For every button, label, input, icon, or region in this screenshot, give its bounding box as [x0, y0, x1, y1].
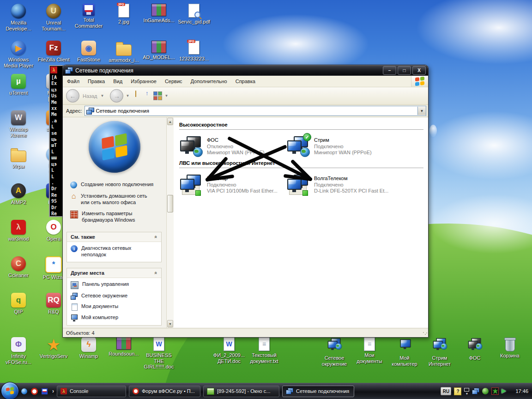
globe-icon [11, 4, 26, 18]
desktop-icon[interactable]: Roundsoun... [106, 335, 141, 372]
desktop-icon[interactable]: ≡Текстовый документ.txt [247, 335, 282, 372]
connection-device: Минипорт WAN (PPPoE) [314, 150, 372, 155]
floppy-quicklaunch-icon[interactable] [42, 388, 48, 394]
collapse-chevron-icon[interactable]: « [153, 236, 159, 238]
task-link[interactable]: Создание нового подключения [70, 181, 154, 188]
console-window-strip[interactable]: λ [A Ex цз Us Me xx Me .a L se ць шТ L ш… [49, 65, 63, 217]
task-link[interactable]: Сетевое окружение [71, 292, 157, 300]
address-input[interactable]: Сетевые подключения ▼ [85, 106, 426, 116]
resize-grip[interactable] [422, 331, 427, 336]
connection-name: Стрим [314, 137, 372, 143]
winstep-quicklaunch-icon[interactable] [21, 388, 27, 394]
task-link[interactable]: ⌂Установить домашнюю сеть или сеть малог… [70, 193, 154, 206]
collapse-chevron-icon[interactable]: « [153, 272, 159, 274]
start-button[interactable] [1, 382, 19, 399]
other-places-header[interactable]: Другие места « [67, 268, 161, 278]
desktop-icon[interactable]: Мой компьютер [387, 335, 422, 372]
see-also-header[interactable]: См. также « [67, 232, 161, 242]
globe-badge-icon [476, 343, 482, 350]
menu-item[interactable]: Дополнительно [187, 77, 231, 85]
desktop-icon[interactable]: Servic_gid.pdf [176, 2, 212, 39]
desktop-icon[interactable]: qQIP [1, 291, 36, 327]
taskbar-button[interactable]: [89-245-592] - Окно с... [203, 386, 279, 397]
scrollbar-thumb[interactable] [167, 195, 173, 212]
back-button[interactable]: ← [66, 89, 79, 103]
desktop-icon[interactable]: UUnreal Tournam... [36, 2, 71, 39]
other-places-title: Другие места [71, 270, 104, 276]
taskbar-button[interactable]: Форум вФОСе.ру • П... [129, 386, 200, 397]
recycle-bin-icon [505, 339, 515, 351]
language-indicator[interactable]: RU [441, 387, 451, 395]
collapse-tray-icon[interactable]: ▼ [464, 388, 469, 395]
taskbar-button[interactable]: Сетевые подключения [282, 386, 354, 397]
forward-dropdown-icon[interactable]: ▼ [126, 94, 129, 98]
taskbar-button[interactable]: λConsole [57, 386, 126, 397]
back-dropdown-icon[interactable]: ▼ [101, 94, 104, 98]
desktop-icon[interactable]: ★VertrigoServ [36, 335, 71, 372]
desktop-icon[interactable]: ≡Мои документы [352, 335, 387, 372]
desktop-icon[interactable]: λwar3mod [1, 218, 36, 254]
desktop-icon[interactable]: JPG2.jpg [106, 2, 141, 39]
desktop-icon[interactable]: Корзина [492, 335, 527, 372]
leaf-tray-icon[interactable] [491, 387, 499, 395]
task-link[interactable]: Мои документы [71, 303, 157, 311]
desktop-icon[interactable]: Mozilla Develope... [1, 2, 36, 39]
sidebar-scrollbar[interactable]: ▲ ▼ [166, 117, 174, 328]
minimize-button[interactable]: – [383, 66, 396, 75]
task-link[interactable]: iДиагностика сетевых неполадок [71, 245, 157, 258]
desktop-icon[interactable]: ▶Windows Media Player [1, 39, 36, 76]
clock[interactable]: 17:46 [515, 388, 528, 394]
title-bar[interactable]: Сетевые подключения – □ X [63, 65, 428, 76]
app-icon: Φ [11, 337, 26, 352]
task-link[interactable]: Мой компьютер [71, 314, 157, 321]
connection-item[interactable]: КомСтарПодключеноVIA PCI 10/100Mb Fast E… [179, 175, 281, 194]
connection-item[interactable]: ФОСОтключеноМинипорт WAN (PPPoE) [179, 136, 281, 156]
address-dropdown-button[interactable]: ▼ [417, 107, 426, 115]
task-link[interactable]: Панель управления [71, 281, 157, 289]
desktop-icon[interactable]: WФИ_2_2009... ДЕТИ.doc [212, 335, 247, 372]
views-dropdown-icon[interactable]: ▼ [164, 94, 168, 98]
desktop-icon[interactable]: ФОС [457, 335, 492, 372]
connections-list: ВысокоскоростноеФОСОтключеноМинипорт WAN… [174, 117, 428, 328]
help-tray-icon[interactable]: ? [454, 387, 461, 395]
app-icon: µ [11, 74, 26, 89]
desktop-icon-label: R&Q [48, 309, 59, 315]
desktop-icon[interactable]: Сетевое окружение [317, 335, 352, 372]
scroll-down-button[interactable]: ▼ [167, 320, 173, 327]
maximize-button[interactable]: □ [398, 66, 411, 75]
menu-item[interactable]: Вид [109, 77, 127, 85]
windows-logo [411, 76, 428, 87]
up-folder-button[interactable]: ↑ [135, 91, 147, 101]
desktop-icon[interactable]: WWinstep Xtreme [1, 109, 36, 145]
desktop-icon[interactable]: InGameAds... [141, 2, 176, 39]
quick-launch-expand-icon[interactable]: › [52, 388, 54, 394]
desktop-icon[interactable]: µuTorrent [1, 72, 36, 109]
task-link[interactable]: Изменить параметры брандмауэра Windows [70, 210, 154, 224]
desktop-icon[interactable]: WBUSINESS THE GIRL!!!!!!.doc [141, 335, 176, 372]
notes-icon [207, 388, 214, 395]
connection-item[interactable]: ВолгаТелекомПодключеноD-Link DFE-520TX P… [286, 175, 388, 194]
menu-item[interactable]: Правка [84, 77, 109, 85]
network-tray-icon[interactable] [472, 388, 479, 394]
desktop-icon[interactable]: Игры [1, 145, 36, 181]
menu-item[interactable]: Избранное [127, 77, 161, 85]
desktop-icon-label: Opera [47, 236, 61, 242]
menu-item[interactable]: Сервис [161, 77, 187, 85]
connection-item[interactable]: ✓СтримПодключеноМинипорт WAN (PPPoE) [286, 136, 388, 156]
desktop-icon[interactable]: ΦInfinity vFOSe.ru... [1, 335, 36, 372]
desktop-icon[interactable]: ϟWinamp [71, 335, 106, 372]
desktop-icon[interactable]: Стрим Интернет [422, 335, 457, 372]
menu-item[interactable]: Справка [231, 77, 260, 85]
close-button[interactable]: X [412, 66, 426, 75]
views-button[interactable] [153, 91, 162, 100]
scroll-up-button[interactable]: ▲ [167, 118, 173, 125]
menu-item[interactable]: Файл [63, 77, 84, 85]
ball-tray-icon[interactable] [482, 388, 489, 394]
desktop-icon[interactable]: AAIMP2 [1, 181, 36, 218]
send-tray-icon[interactable] [502, 389, 506, 393]
opera-quicklaunch-icon[interactable] [31, 388, 38, 395]
desktop-icon[interactable]: Total Commander [71, 2, 106, 39]
desktop-icon-label: Игры [12, 163, 24, 169]
desktop-icon[interactable]: CCcleaner [1, 254, 36, 291]
forward-button[interactable]: → [110, 89, 123, 103]
